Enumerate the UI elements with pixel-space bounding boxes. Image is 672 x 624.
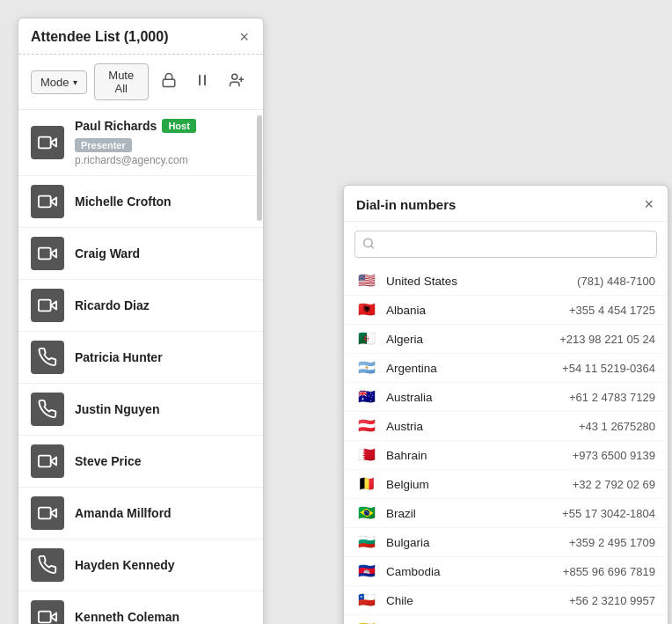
attendee-info: Craig Ward [75,246,251,261]
dial-number: +43 1 2675280 [579,420,655,433]
attendee-avatar [31,444,64,478]
country-name: Cambodia [386,565,554,578]
svg-marker-6 [51,138,56,146]
dialin-panel: Dial-in numbers × 🇺🇸United States(781) 4… [343,185,668,624]
country-flag: 🇧🇷 [356,506,377,520]
svg-rect-7 [39,137,51,149]
country-name: Australia [386,391,560,404]
country-flag: 🇧🇬 [356,535,377,549]
svg-marker-12 [51,301,56,309]
attendee-name: Craig Ward [75,246,251,261]
country-flag: 🇨🇱 [356,593,377,607]
attendee-item: Steve Price [18,436,263,488]
svg-rect-0 [163,79,175,86]
dial-number: +54 11 5219-0364 [562,362,655,375]
mute-all-button[interactable]: Mute All [94,63,149,100]
attendee-info: Michelle Crofton [75,195,251,209]
search-icon [362,237,375,252]
attendee-name: Kenneth Coleman [75,610,251,624]
dialin-country-item[interactable]: 🇦🇹Austria+43 1 2675280 [344,412,668,441]
svg-marker-18 [51,613,56,620]
attendee-name: Amanda Millford [75,506,251,520]
svg-marker-8 [51,197,56,205]
dial-number: +56 2 3210 9957 [569,594,655,607]
country-flag: 🇦🇺 [356,390,377,404]
attendee-item: Hayden Kennedy [18,540,263,591]
dialin-panel-close-button[interactable]: × [642,196,655,212]
attendee-panel-close-button[interactable]: × [237,29,251,45]
lock-icon-button[interactable] [156,69,182,96]
attendee-panel: Attendee List (1,000) × Mode ▾ Mute All [18,18,264,624]
scroll-indicator [257,115,262,221]
svg-line-21 [371,246,374,248]
svg-rect-19 [39,612,51,623]
attendee-info: Kenneth Coleman [75,610,251,624]
svg-marker-10 [51,249,56,257]
dialin-country-item[interactable]: 🇦🇱Albania+355 4 454 1725 [344,296,668,325]
svg-rect-9 [39,196,51,208]
country-name: Argentina [386,362,553,375]
attendee-toolbar: Mode ▾ Mute All [18,55,263,110]
attendee-info: Amanda Millford [75,506,251,520]
country-name: Bahrain [386,449,564,462]
country-flag: 🇦🇱 [356,303,377,317]
attendee-panel-header: Attendee List (1,000) × [18,18,263,55]
svg-rect-15 [39,456,51,467]
attendee-avatar [31,600,64,624]
country-name: Algeria [386,333,551,346]
dialin-country-item[interactable]: 🇦🇷Argentina+54 11 5219-0364 [344,354,668,383]
attendee-info: Patricia Hunter [75,350,251,364]
dialin-country-item[interactable]: 🇧🇭Bahrain+973 6500 9139 [344,441,668,470]
dialin-panel-title: Dial-in numbers [356,197,456,212]
svg-rect-17 [39,508,51,519]
dialin-header: Dial-in numbers × [344,186,668,222]
dial-number: +213 98 221 05 24 [559,333,655,346]
svg-marker-14 [51,457,56,465]
dialin-country-item[interactable]: 🇨🇴Colombia+57 6 7334237 [344,615,668,624]
attendee-name: Justin Nguyen [75,402,251,416]
dialin-country-item[interactable]: 🇨🇱Chile+56 2 3210 9957 [344,586,668,615]
attendee-item: Amanda Millford [18,488,263,540]
dialin-country-item[interactable]: 🇺🇸United States(781) 448-7100 [344,267,668,296]
attendee-email: p.richards@agency.com [75,154,251,166]
attendee-item: Paul RichardsHostPresenterp.richards@age… [18,110,263,176]
attendee-avatar [31,126,64,159]
dialin-country-item[interactable]: 🇩🇿Algeria+213 98 221 05 24 [344,325,668,354]
attendee-name: Patricia Hunter [75,350,251,364]
mode-button[interactable]: Mode ▾ [31,70,87,94]
pause-icon-button[interactable] [189,69,215,96]
dialin-country-item[interactable]: 🇰🇭Cambodia+855 96 696 7819 [344,557,668,586]
dial-number: (781) 448-7100 [577,275,655,288]
chevron-down-icon: ▾ [73,77,77,87]
attendee-avatar [31,289,64,322]
attendee-avatar [31,237,64,270]
attendee-panel-title: Attendee List (1,000) [31,29,168,45]
country-name: Bulgaria [386,536,560,549]
dial-number: +32 2 792 02 69 [573,478,655,491]
attendee-info: Paul RichardsHostPresenterp.richards@age… [75,119,251,166]
dial-number: +55 17 3042-1804 [562,507,655,520]
dialin-country-item[interactable]: 🇦🇺Australia+61 2 4783 7129 [344,383,668,412]
attendee-item: Kenneth Coleman [18,591,263,624]
country-name: Albania [386,304,560,317]
dialin-search-input[interactable] [354,231,657,258]
country-name: Austria [386,420,570,433]
country-name: Chile [386,594,560,607]
dialin-search-container [354,231,657,258]
country-flag: 🇦🇷 [356,361,377,375]
attendee-avatar [31,185,64,218]
attendee-name: Paul RichardsHostPresenter [75,119,251,152]
dial-number: +355 4 454 1725 [569,304,655,317]
attendee-item: Michelle Crofton [18,176,263,228]
dialin-list: 🇺🇸United States(781) 448-7100🇦🇱Albania+3… [344,267,668,624]
attendee-avatar [31,341,64,374]
dialin-country-item[interactable]: 🇧🇬Bulgaria+359 2 495 1709 [344,528,668,557]
country-flag: 🇩🇿 [356,332,377,346]
dial-number: +359 2 495 1709 [569,536,655,549]
attendee-avatar [31,393,64,426]
add-attendee-icon-button[interactable] [223,69,251,96]
dialin-country-item[interactable]: 🇧🇪Belgium+32 2 792 02 69 [344,470,668,499]
dialin-country-item[interactable]: 🇧🇷Brazil+55 17 3042-1804 [344,499,668,528]
country-flag: 🇧🇪 [356,477,377,491]
badge-host: Host [162,119,195,133]
